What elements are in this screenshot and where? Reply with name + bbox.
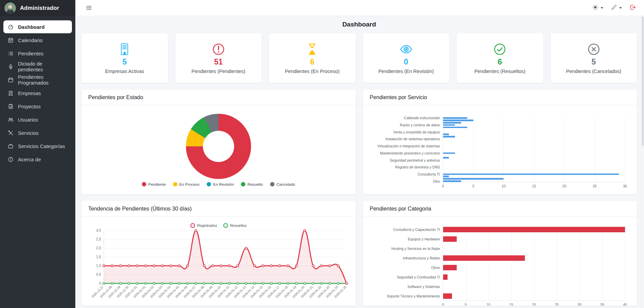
bar (443, 274, 448, 280)
legend-item-cancelado[interactable]: Cancelado (270, 182, 295, 186)
gridline (625, 117, 625, 182)
gridline (534, 225, 534, 301)
data-point (170, 265, 172, 267)
sidebar-item-calendario[interactable]: Calendario (3, 34, 72, 47)
y-tick-label: 2,5 (96, 237, 101, 241)
menu-icon[interactable] (86, 5, 92, 11)
data-point (162, 265, 164, 267)
category-label: Otro (433, 179, 440, 183)
tools-icon (8, 130, 14, 136)
category-label: Otros (431, 266, 440, 270)
axis-tick-label: 10 (501, 184, 506, 188)
x-circle-icon (587, 42, 601, 56)
legend-item-en-proceso[interactable]: En Proceso (173, 182, 200, 186)
bar (443, 133, 449, 135)
category-label: Equipos y Hardware (408, 237, 440, 241)
pen-icon (611, 4, 617, 12)
stat-value: 6 (498, 58, 502, 66)
legend-item-pendiente[interactable]: Pendiente (142, 182, 166, 186)
gridline (602, 225, 603, 301)
sidebar-item-label: Pendientes (18, 51, 43, 56)
axis-tick-label: 0 (442, 303, 444, 306)
data-point (329, 282, 331, 284)
data-point (287, 265, 289, 267)
legend-label: Resueltos (230, 223, 247, 228)
gridline (580, 225, 580, 301)
legend-dot (241, 182, 245, 186)
stat-label: Pendientes (Cancelados) (566, 69, 621, 74)
category-label: Seguridad perimetral y antivirus (390, 158, 440, 162)
stat-value: 5 (591, 58, 596, 66)
axis-tick-label: 25 (555, 303, 559, 306)
stat-card-pendientes-resueltos: 6Pendientes (Resueltos) (457, 33, 543, 83)
sidebar-item-dashboard[interactable]: Dashboard (3, 20, 72, 33)
sidebar-item-acerca-de[interactable]: Acerca de (3, 153, 72, 166)
sidebar-item-empresas[interactable]: Empresas (3, 87, 72, 99)
sidebar-item-dictado-de-pendientes[interactable]: Dictado de pendientes (3, 60, 72, 73)
legend-dot (270, 182, 274, 186)
data-point (145, 265, 147, 267)
data-point (220, 265, 222, 267)
sidebar-item-label: Dashboard (18, 24, 44, 30)
check-circle-icon (493, 42, 507, 56)
avatar[interactable] (4, 2, 16, 14)
sidebar-item-pendientes[interactable]: Pendientes (3, 47, 72, 60)
data-point (312, 265, 314, 267)
sidebar-item-servicios-categorias[interactable]: Servicios Categorías (3, 140, 72, 152)
data-point (220, 282, 222, 284)
data-point (329, 265, 331, 267)
legend-item-en-revision[interactable]: En Revisión (207, 182, 234, 186)
sidebar-nav: DashboardCalendarioPendientesDictado de … (0, 16, 75, 170)
category-label: Cableado estructurado (404, 116, 440, 120)
sidebar-item-label: Usuarios (18, 117, 38, 123)
gridline (466, 225, 466, 301)
caret-down-icon (601, 7, 603, 9)
legend-item-resueltos[interactable]: Resueltos (223, 223, 247, 228)
doughnut-chart[interactable] (186, 114, 251, 179)
axis-tick-label: 10 (487, 303, 491, 306)
bar (443, 136, 455, 138)
scrollbar-thumb[interactable] (642, 17, 644, 146)
users-icon (8, 117, 14, 123)
sidebar-item-label: Empresas (18, 90, 41, 96)
tendencia-line-chart[interactable]: 00,51,01,52,02,53,02025-12-272025-12-282… (88, 229, 349, 300)
bar (443, 124, 455, 126)
gridline (625, 225, 625, 301)
theme-toggle-button[interactable] (592, 4, 603, 12)
data-point (178, 265, 180, 267)
y-tick-label: 0,5 (96, 273, 101, 276)
stat-label: Pendientes (En Proceso) (285, 69, 340, 74)
sidebar-item-pendientes-programados[interactable]: Pendientes Programados (3, 73, 72, 86)
sidebar-item-label: Calendario (18, 37, 43, 43)
stat-value: 5 (122, 58, 127, 66)
category-label: Consultoría TI (418, 172, 440, 176)
stat-label: Pendientes (En Revisión) (378, 69, 434, 74)
category-label: Mantenimiento preventivo y correctivo (380, 151, 440, 155)
categoria-bar-chart[interactable]: 0510152025303540Consultoría y Capacitaci… (443, 225, 625, 301)
bar (443, 117, 468, 119)
axis-tick-label: 25 (593, 184, 597, 188)
sidebar-item-proyectos[interactable]: Proyectos (3, 100, 72, 113)
data-point (103, 265, 105, 267)
data-point (320, 282, 322, 284)
data-point (153, 282, 155, 284)
axis-tick-label: 35 (600, 303, 604, 306)
gridline (489, 225, 489, 301)
scrollbar[interactable] (641, 16, 644, 308)
category-label: Infraestructura y Redes (403, 256, 440, 260)
sidebar-item-usuarios[interactable]: Usuarios (3, 113, 72, 126)
legend-label: Registrados (197, 223, 217, 228)
legend-item-resuelto[interactable]: Resuelto (241, 182, 263, 186)
sidebar-item-servicios[interactable]: Servicios (3, 126, 72, 139)
appearance-menu-button[interactable] (611, 4, 622, 12)
data-point (237, 282, 239, 284)
logout-button[interactable] (629, 4, 636, 12)
data-point (345, 282, 347, 284)
legend-item-registrados[interactable]: Registrados (190, 223, 217, 228)
servicio-bar-chart[interactable]: 051015202530Cableado estructuradoRacks y… (443, 117, 625, 182)
sidebar-item-label: Servicios Categorías (18, 143, 65, 149)
exclamation-circle-icon (211, 42, 226, 56)
data-point (228, 265, 230, 267)
sidebar-item-label: Dictado de pendientes (18, 61, 68, 72)
gridline (595, 117, 595, 182)
